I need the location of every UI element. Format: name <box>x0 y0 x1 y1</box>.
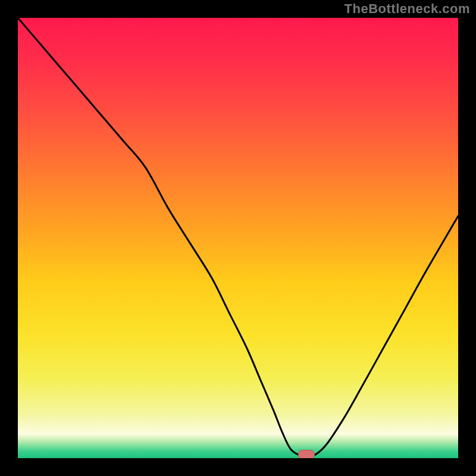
plot-area <box>18 18 458 458</box>
optimal-point-marker <box>298 450 315 458</box>
chart-frame: TheBottleneck.com <box>0 0 476 476</box>
bottleneck-curve <box>18 18 458 458</box>
watermark-text: TheBottleneck.com <box>345 1 470 17</box>
